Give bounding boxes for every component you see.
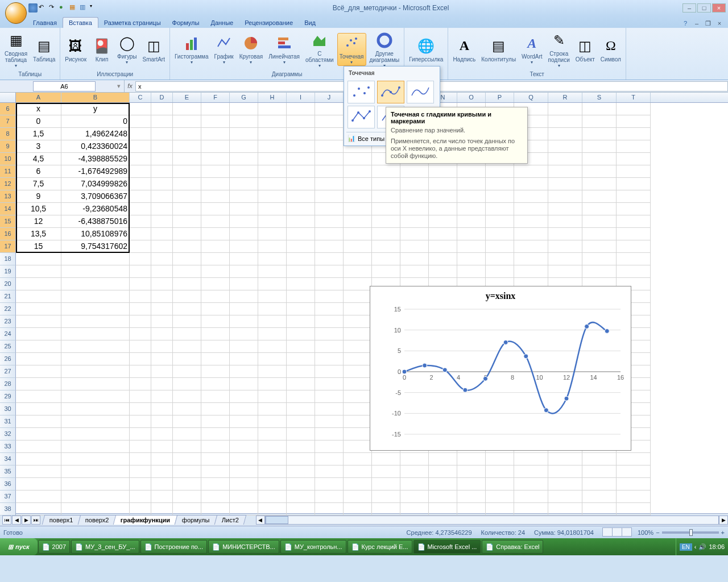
workbook-restore-button[interactable]: ❐ [703, 20, 713, 28]
signature-button[interactable]: ✎Строкаподписи▾ [546, 30, 572, 69]
cell[interactable] [230, 478, 258, 490]
cell[interactable] [372, 503, 400, 516]
symbol-button[interactable]: ΩСимвол [598, 36, 623, 64]
cell[interactable] [130, 503, 151, 516]
row-header[interactable]: 29 [0, 390, 16, 403]
cell[interactable] [400, 453, 429, 465]
tab-page-layout[interactable]: Разметка страницы [98, 18, 167, 28]
column-header[interactable]: R [548, 93, 582, 102]
cell[interactable] [548, 253, 582, 265]
column-header[interactable]: E [173, 93, 201, 102]
cell[interactable] [429, 215, 457, 228]
cell[interactable] [514, 240, 548, 253]
cell[interactable] [258, 428, 287, 440]
cell[interactable] [16, 340, 61, 353]
cell[interactable]: 9 [16, 190, 61, 203]
cell[interactable] [344, 378, 372, 390]
cell[interactable] [130, 328, 151, 340]
cell[interactable] [514, 190, 548, 203]
cell[interactable] [287, 428, 315, 440]
cell[interactable] [548, 115, 582, 128]
cell[interactable] [173, 253, 201, 265]
cell[interactable] [617, 465, 651, 478]
smartart-button[interactable]: ◫SmartArt [140, 36, 167, 64]
cell[interactable] [230, 153, 258, 165]
cell[interactable] [61, 478, 130, 490]
cell[interactable] [151, 328, 173, 340]
cell[interactable] [457, 253, 486, 265]
cell[interactable] [201, 315, 230, 328]
cell[interactable] [16, 453, 61, 465]
cell[interactable] [429, 503, 457, 516]
cell[interactable] [230, 228, 258, 240]
cell[interactable] [344, 203, 372, 215]
cell[interactable] [315, 328, 344, 340]
cell[interactable] [16, 353, 61, 365]
cell[interactable]: 0,423360024 [61, 140, 130, 153]
cell[interactable] [287, 390, 315, 403]
cell[interactable] [457, 178, 486, 190]
cell[interactable] [230, 315, 258, 328]
cell[interactable] [230, 215, 258, 228]
cell[interactable] [61, 428, 130, 440]
cell[interactable] [16, 403, 61, 415]
cell[interactable] [514, 453, 548, 465]
cell[interactable] [400, 178, 429, 190]
row-header[interactable]: 25 [0, 340, 16, 353]
qat-more-icon[interactable]: ▾ [90, 3, 99, 13]
cell[interactable] [61, 440, 130, 453]
cell[interactable] [201, 353, 230, 365]
cell[interactable] [258, 115, 287, 128]
cell[interactable] [258, 103, 287, 115]
cell[interactable] [230, 328, 258, 340]
cell[interactable] [287, 103, 315, 115]
cell[interactable] [486, 240, 514, 253]
zoom-slider[interactable] [662, 531, 719, 534]
cell[interactable] [258, 140, 287, 153]
cell[interactable] [201, 203, 230, 215]
minimize-button[interactable]: – [682, 3, 696, 13]
cell[interactable] [582, 265, 617, 278]
cell[interactable] [230, 453, 258, 465]
row-header[interactable]: 8 [0, 128, 16, 140]
cell[interactable] [287, 503, 315, 516]
row-header[interactable]: 15 [0, 215, 16, 228]
row-header[interactable]: 11 [0, 165, 16, 178]
cell[interactable] [151, 415, 173, 428]
cell[interactable] [582, 503, 617, 516]
cell[interactable]: 12 [16, 215, 61, 228]
cell[interactable] [429, 265, 457, 278]
cell[interactable] [16, 315, 61, 328]
cell[interactable] [315, 178, 344, 190]
cell[interactable] [287, 115, 315, 128]
cell[interactable] [130, 378, 151, 390]
row-header[interactable]: 9 [0, 140, 16, 153]
cell[interactable] [429, 490, 457, 503]
cell[interactable] [315, 453, 344, 465]
cell[interactable] [344, 228, 372, 240]
prev-sheet-button[interactable]: ◀ [12, 516, 21, 525]
cell[interactable] [287, 415, 315, 428]
taskbar-item[interactable]: 📄Microsoft Excel ... [413, 540, 481, 554]
cell[interactable] [230, 240, 258, 253]
cell[interactable] [486, 478, 514, 490]
scatter-smooth-markers[interactable] [377, 81, 404, 103]
cell[interactable]: 10,5 [16, 203, 61, 215]
cell[interactable] [372, 190, 400, 203]
cell[interactable] [201, 190, 230, 203]
cell[interactable] [514, 178, 548, 190]
cell[interactable]: 3,709066367 [61, 190, 130, 203]
cell[interactable] [151, 478, 173, 490]
cell[interactable] [173, 228, 201, 240]
row-header[interactable]: 36 [0, 478, 16, 490]
cell[interactable] [230, 440, 258, 453]
cell[interactable] [130, 265, 151, 278]
column-header[interactable]: G [230, 93, 258, 102]
object-button[interactable]: ◫Объект [573, 36, 597, 64]
cell[interactable] [201, 453, 230, 465]
cell[interactable] [130, 115, 151, 128]
wordart-button[interactable]: AWordArt▾ [519, 33, 545, 66]
cell[interactable] [258, 240, 287, 253]
cell[interactable] [173, 503, 201, 516]
cell[interactable] [344, 390, 372, 403]
